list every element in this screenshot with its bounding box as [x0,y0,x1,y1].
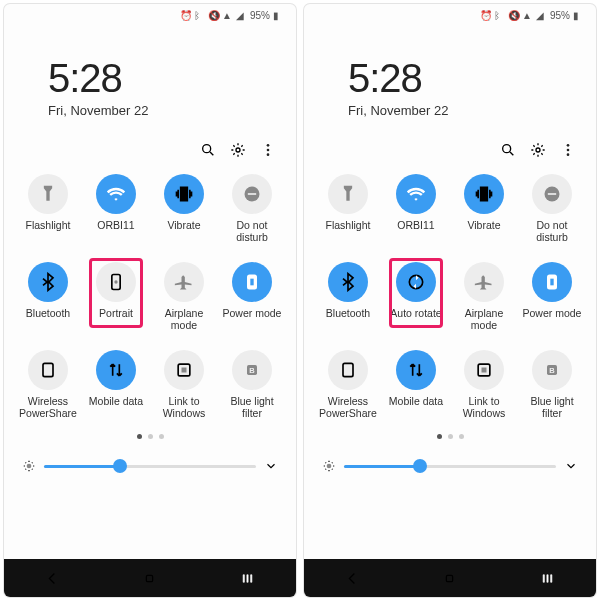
power-toggle[interactable] [532,262,572,302]
mute-icon: 🔇 [508,10,519,21]
search-icon[interactable] [200,142,216,158]
tile-link: Link to Windows [450,350,518,432]
tile-power: Power mode [518,262,586,344]
back-button[interactable] [45,571,60,586]
tile-powershare: Wireless PowerShare [314,350,382,432]
bluetooth-icon [338,272,358,292]
powershare-toggle[interactable] [328,350,368,390]
power-toggle[interactable] [232,262,272,302]
mobiledata-toggle[interactable] [96,350,136,390]
bluetooth-status-icon: ᛒ [194,10,205,21]
more-icon[interactable] [260,142,276,158]
tile-flashlight: Flashlight [314,174,382,256]
chevron-down-icon[interactable] [264,459,278,473]
bluetooth-icon [38,272,58,292]
date: Fri, November 22 [348,103,596,118]
search-icon[interactable] [500,142,516,158]
alarm-icon: ⏰ [180,10,191,21]
tile-label: Link to Windows [453,395,515,419]
wifi-toggle[interactable] [396,174,436,214]
back-button[interactable] [345,571,360,586]
recents-button[interactable] [240,571,255,586]
panel-utils [4,124,296,168]
vibrate-icon [174,184,194,204]
date: Fri, November 22 [48,103,296,118]
status-bar: ⏰ ᛒ 🔇 ▲ ◢ 95% ▮ [4,4,296,26]
alarm-icon: ⏰ [480,10,491,21]
powershare-icon [338,360,358,380]
vibrate-toggle[interactable] [164,174,204,214]
bluetooth-toggle[interactable] [328,262,368,302]
flashlight-icon [38,184,58,204]
brightness-slider[interactable] [344,465,556,468]
tile-label: Flashlight [26,219,71,231]
vibrate-toggle[interactable] [464,174,504,214]
link-toggle[interactable] [464,350,504,390]
tile-label: Power mode [223,307,282,319]
battery-pct: 95% [250,10,270,21]
tile-dnd: Do not disturb [218,174,286,256]
tile-label: Airplane mode [453,307,515,331]
tile-label: ORBI11 [97,219,134,231]
recents-button[interactable] [540,571,555,586]
time: 5:28 [48,56,296,101]
clock-block: 5:28 Fri, November 22 [4,26,296,124]
airplane-toggle[interactable] [464,262,504,302]
airplane-icon [474,272,494,292]
tile-mobiledata: Mobile data [82,350,150,432]
bluelight-toggle[interactable] [532,350,572,390]
powershare-toggle[interactable] [28,350,68,390]
gear-icon[interactable] [230,142,246,158]
flashlight-toggle[interactable] [328,174,368,214]
mobiledata-toggle[interactable] [396,350,436,390]
wifi-icon [106,184,126,204]
signal-icon: ◢ [236,10,247,21]
more-icon[interactable] [560,142,576,158]
bluetooth-status-icon: ᛒ [494,10,505,21]
tile-label: Bluetooth [26,307,70,319]
tile-flashlight: Flashlight [14,174,82,256]
nav-bar [4,559,296,597]
tile-label: Portrait [99,307,133,319]
portrait-toggle[interactable] [96,262,136,302]
autorotate-toggle[interactable] [396,262,436,302]
slider-thumb[interactable] [413,459,427,473]
bluetooth-toggle[interactable] [28,262,68,302]
bluelight-toggle[interactable] [232,350,272,390]
home-button[interactable] [142,571,157,586]
dnd-toggle[interactable] [232,174,272,214]
tile-wifi: ORBI11 [82,174,150,256]
battery-icon: ▮ [573,10,584,21]
home-button[interactable] [442,571,457,586]
bluelight-icon [242,360,262,380]
vibrate-icon [474,184,494,204]
wifi-toggle[interactable] [96,174,136,214]
tile-wifi: ORBI11 [382,174,450,256]
power-icon [542,272,562,292]
brightness-slider[interactable] [44,465,256,468]
wifi-status-icon: ▲ [222,10,233,21]
brightness-row [304,439,596,473]
powershare-icon [38,360,58,380]
airplane-toggle[interactable] [164,262,204,302]
tile-bluetooth: Bluetooth [314,262,382,344]
phone-screen: ⏰ ᛒ 🔇 ▲ ◢ 95% ▮5:28 Fri, November 22 Fla… [4,4,296,597]
tile-label: Vibrate [167,219,200,231]
tile-label: Do not disturb [521,219,583,243]
tile-label: Vibrate [467,219,500,231]
mobiledata-icon [106,360,126,380]
link-toggle[interactable] [164,350,204,390]
dnd-toggle[interactable] [532,174,572,214]
tile-label: Wireless PowerShare [317,395,379,419]
tile-powershare: Wireless PowerShare [14,350,82,432]
gear-icon[interactable] [530,142,546,158]
wifi-status-icon: ▲ [522,10,533,21]
flashlight-toggle[interactable] [28,174,68,214]
sun-icon [322,459,336,473]
tile-bluetooth: Bluetooth [14,262,82,344]
status-bar: ⏰ ᛒ 🔇 ▲ ◢ 95% ▮ [304,4,596,26]
slider-thumb[interactable] [113,459,127,473]
brightness-row [4,439,296,473]
chevron-down-icon[interactable] [564,459,578,473]
tile-portrait: Portrait [82,262,150,344]
